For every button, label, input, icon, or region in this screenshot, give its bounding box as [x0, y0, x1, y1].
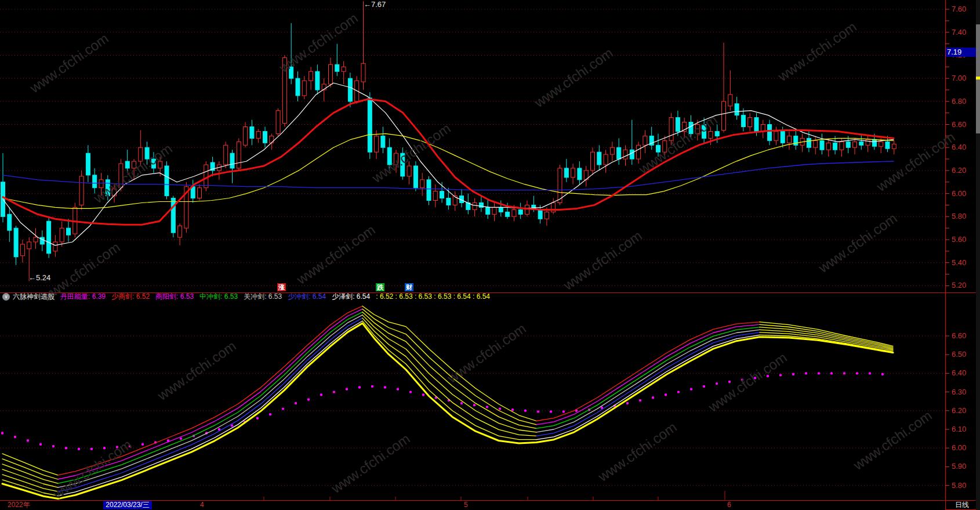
signal-badge-跌[interactable]: 跌	[376, 283, 384, 291]
price-label: 5.80	[952, 212, 979, 220]
high-price-annotation: ←7.67	[364, 1, 386, 8]
signal-badge-涨[interactable]: 涨	[277, 283, 286, 291]
price-label: 6.00	[952, 444, 979, 452]
indicator-value: 丹田能量: 6.39	[60, 292, 106, 301]
indicator-value: 少泽剑: 6.54	[332, 292, 370, 301]
last-price-badge: 7.19	[946, 48, 976, 57]
indicator-title: 六脉神剑选股	[13, 292, 55, 302]
frame-layer	[0, 0, 980, 510]
collapse-icon[interactable]: ∨	[2, 293, 10, 301]
signal-badge-财[interactable]: 财	[405, 283, 413, 291]
chart-canvas	[0, 0, 980, 510]
price-label: 5.60	[952, 236, 979, 244]
scrollbar-marker-icon	[976, 77, 980, 79]
price-label: 6.10	[952, 425, 979, 433]
price-label: 5.90	[952, 462, 979, 471]
price-label: 6.40	[952, 369, 979, 377]
period-button[interactable]: 日线	[946, 501, 978, 509]
price-label: 6.50	[952, 350, 979, 359]
timeline-month-label: 6	[727, 501, 731, 509]
price-label: 6.00	[952, 190, 979, 198]
price-label: 6.20	[952, 407, 979, 415]
price-label: 5.80	[952, 482, 979, 490]
price-label: 7.60	[952, 5, 979, 13]
indicator-values: 丹田能量: 6.39少商剑: 6.52商阳剑: 6.53中冲剑: 6.53关冲剑…	[60, 292, 496, 302]
indicator-value: 少商剑: 6.52	[111, 292, 150, 301]
timeline-date-badge: 2022/03/23/三	[103, 501, 152, 509]
price-label: 7.00	[952, 74, 979, 82]
price-label: 6.40	[952, 143, 979, 151]
price-label: 7.40	[952, 28, 979, 37]
indicator-value: 少冲剑: 6.54	[288, 292, 326, 301]
price-label: 5.40	[952, 259, 979, 267]
price-label: 5.20	[952, 281, 979, 290]
timeline-year-label: 2022年	[8, 501, 30, 509]
indicator-value: 中冲剑: 6.53	[199, 292, 238, 301]
indicator-row: ∨ 六脉神剑选股 丹田能量: 6.39少商剑: 6.52商阳剑: 6.53中冲剑…	[2, 292, 496, 301]
low-price-annotation: ←5.24	[28, 274, 50, 281]
price-label: 6.30	[952, 388, 979, 396]
price-label: 6.60	[952, 332, 979, 340]
indicator-value: : 6.52 : 6.53 : 6.53 : 6.53 : 6.54 : 6.5…	[376, 292, 490, 301]
timeline-month-label: 5	[464, 501, 468, 509]
stock-chart-app: www.cfchi.comwww.cfchi.comwww.cfchi.comw…	[0, 0, 980, 510]
moving-average-layer	[3, 83, 894, 245]
price-label: 6.20	[952, 167, 979, 175]
price-label: 6.80	[952, 97, 979, 106]
candlestick-layer	[1, 1, 896, 281]
price-label: 6.60	[952, 121, 979, 129]
indicator-panel-layer	[1, 306, 893, 499]
indicator-value: 关冲剑: 6.53	[244, 292, 282, 301]
timeline-month-label: 4	[200, 501, 204, 509]
indicator-value: 商阳剑: 6.53	[155, 292, 194, 301]
grid-layer	[0, 9, 945, 486]
